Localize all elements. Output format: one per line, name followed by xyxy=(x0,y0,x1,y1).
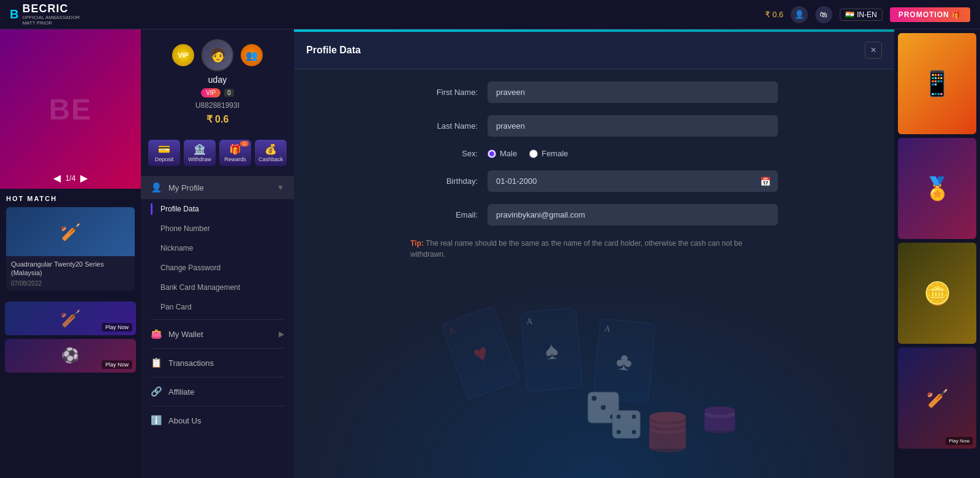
withdraw-button[interactable]: 🏦 Withdraw xyxy=(184,140,216,166)
svg-point-16 xyxy=(704,425,735,433)
sports-banner[interactable]: ⚽ Play Now xyxy=(5,339,136,373)
logo-subtext: OFFICIAL AMBASSADORMATT PRIOR xyxy=(22,15,80,26)
svg-text:♣: ♣ xyxy=(615,347,633,376)
modal-header: Profile Data × xyxy=(294,32,894,69)
sex-female-radio[interactable] xyxy=(529,150,538,158)
first-name-input[interactable] xyxy=(488,82,778,103)
profile-icon: 👤 xyxy=(151,182,162,193)
sex-male-radio[interactable] xyxy=(488,150,496,158)
rewards-badge: 1 xyxy=(240,141,249,146)
cricket-banner[interactable]: 🏏 Play Now xyxy=(5,302,136,335)
language-label: IN-EN xyxy=(857,10,877,19)
svg-text:♠: ♠ xyxy=(544,336,559,365)
sidebar-item-my-wallet[interactable]: 👛 My Wallet ▶ xyxy=(141,322,294,346)
svg-point-23 xyxy=(601,405,606,410)
sex-female-option[interactable]: Female xyxy=(529,149,568,158)
sidebar-item-pan-card[interactable]: Pan Card xyxy=(141,297,294,317)
rewards-button[interactable]: 1 🎁 Rewards xyxy=(219,140,251,166)
svg-point-15 xyxy=(649,412,686,422)
vip-badge: VIP xyxy=(172,44,194,66)
sex-male-label: Male xyxy=(500,149,517,158)
svg-point-19 xyxy=(704,406,735,415)
sex-male-option[interactable]: Male xyxy=(488,149,517,158)
sidebar-item-change-password[interactable]: Change Password xyxy=(141,258,294,278)
wallet-chevron-icon: ▶ xyxy=(279,330,284,338)
bag-icon[interactable]: 🛍 xyxy=(815,6,832,23)
sidebar-item-profile-data[interactable]: Profile Data xyxy=(141,199,294,219)
svg-rect-17 xyxy=(704,414,735,430)
hot-match-title: HOT MATCH xyxy=(6,195,135,202)
my-wallet-label: My Wallet xyxy=(168,330,203,339)
sports-play-btn[interactable]: Play Now xyxy=(102,360,132,369)
right-banner-reward[interactable]: 🪙 xyxy=(898,243,976,344)
banner-next-arrow[interactable]: ▶ xyxy=(80,172,88,184)
right-sidebar: 📱 🏅 🪙 🏏 Play Now xyxy=(894,29,980,478)
flag-icon: 🇮🇳 xyxy=(845,10,854,19)
about-icon: ℹ️ xyxy=(151,415,162,426)
cricket-play-btn[interactable]: Play Now xyxy=(102,323,132,332)
rewards-label: Rewards xyxy=(224,156,246,162)
banner-navigation: ◀ 1/4 ▶ xyxy=(0,172,141,184)
username-text: uday xyxy=(208,75,227,85)
withdraw-label: Withdraw xyxy=(188,156,211,162)
right-banner-cricket2[interactable]: 🏏 Play Now xyxy=(898,347,976,449)
last-name-label: Last Name: xyxy=(410,121,478,131)
tip-row: Tip: The real name should be the same as… xyxy=(410,238,778,260)
modal-close-button[interactable]: × xyxy=(865,42,882,59)
last-name-input[interactable] xyxy=(488,115,778,137)
wallet-icon: 👛 xyxy=(151,328,162,340)
user-icon[interactable]: 👤 xyxy=(791,6,808,23)
language-button[interactable]: 🇮🇳 IN-EN xyxy=(840,9,883,21)
match-card[interactable]: 🏏 Quadrangular Twenty20 Series (Malaysia… xyxy=(6,207,135,290)
promotion-button[interactable]: PROMOTION 🎁 xyxy=(890,7,970,22)
svg-text:A: A xyxy=(526,316,533,326)
sidebar-item-my-profile[interactable]: 👤 My Profile ▼ xyxy=(141,176,294,199)
affiliate-icon: 🔗 xyxy=(151,386,162,397)
hot-match-section: HOT MATCH 🏏 Quadrangular Twenty20 Series… xyxy=(0,189,141,297)
sidebar-item-transactions[interactable]: 📋 Transactions xyxy=(141,351,294,374)
email-input[interactable] xyxy=(488,204,778,226)
transactions-icon: 📋 xyxy=(151,357,162,368)
sidebar-item-nickname[interactable]: Nickname xyxy=(141,238,294,258)
first-name-row: First Name: xyxy=(410,82,778,103)
pan-card-label: Pan Card xyxy=(160,303,192,311)
left-sidebar: BE ◀ 1/4 ▶ HOT MATCH 🏏 Quadrangular Twen… xyxy=(0,29,141,478)
right-banner-app[interactable]: 📱 xyxy=(898,33,976,134)
deposit-button[interactable]: 💳 Deposit xyxy=(148,140,180,166)
tip-text: The real name should be the same as the … xyxy=(410,239,742,259)
svg-rect-3 xyxy=(521,308,582,392)
transactions-label: Transactions xyxy=(168,358,214,368)
top-navigation: B BECRIC OFFICIAL AMBASSADORMATT PRIOR ₹… xyxy=(0,0,980,29)
profile-data-label: Profile Data xyxy=(160,205,199,213)
birthday-input[interactable] xyxy=(488,170,778,192)
user-id: U882881993I xyxy=(195,101,239,110)
sidebar-item-phone-number[interactable]: Phone Number xyxy=(141,219,294,238)
right-banner-sport1[interactable]: 🏅 xyxy=(898,138,976,239)
center-content: VIP 🧑 👥 uday VIP 0 U882881993I ₹ 0.6 xyxy=(141,29,894,478)
sex-options: Male Female xyxy=(488,149,568,158)
svg-point-25 xyxy=(617,415,621,419)
right-cricket-play-btn[interactable]: Play Now xyxy=(946,437,973,445)
divider-4 xyxy=(151,406,284,406)
profile-chevron-icon: ▼ xyxy=(277,183,284,192)
svg-point-21 xyxy=(592,396,597,401)
svg-point-22 xyxy=(610,414,615,419)
banner-prev-arrow[interactable]: ◀ xyxy=(53,172,61,184)
sidebar-item-affiliate[interactable]: 🔗 Affiliate xyxy=(141,380,294,403)
svg-point-28 xyxy=(632,430,636,434)
svg-rect-20 xyxy=(588,392,619,423)
svg-point-27 xyxy=(617,430,621,434)
cashback-label: Cashback xyxy=(258,156,283,162)
svg-rect-0 xyxy=(441,306,520,400)
birthday-row: Birthday: 📅 xyxy=(410,170,778,192)
change-password-label: Change Password xyxy=(160,264,221,272)
svg-text:A: A xyxy=(604,324,611,334)
user-avatar: 🧑 xyxy=(202,39,233,71)
logo-text: BECRIC xyxy=(22,2,80,15)
cashback-button[interactable]: 💰 Cashback xyxy=(255,140,287,166)
svg-point-9 xyxy=(649,442,686,452)
deposit-label: Deposit xyxy=(155,156,174,162)
bank-card-label: Bank Card Management xyxy=(160,283,240,292)
sidebar-item-about-us[interactable]: ℹ️ About Us xyxy=(141,409,294,432)
sidebar-item-bank-card[interactable]: Bank Card Management xyxy=(141,278,294,297)
